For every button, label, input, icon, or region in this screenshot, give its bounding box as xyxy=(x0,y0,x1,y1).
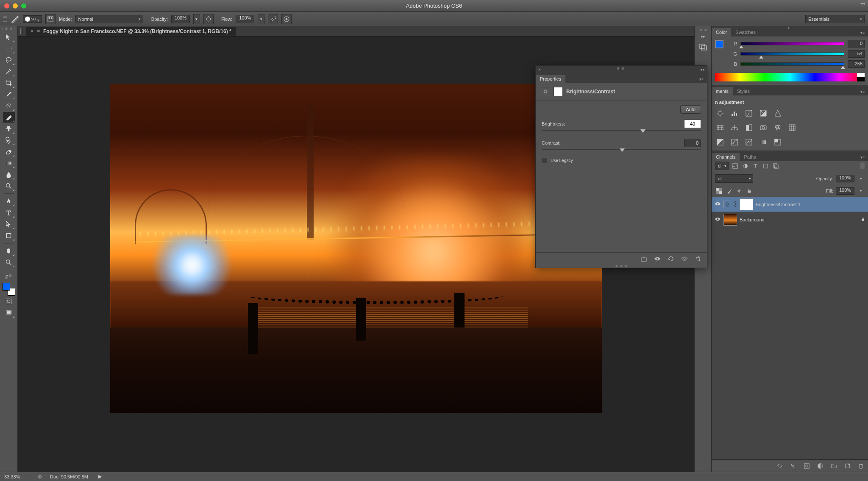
layer-name[interactable]: Brightness/Contrast 1 xyxy=(756,202,801,207)
layer-row[interactable]: Background xyxy=(712,212,868,227)
expand-dock-icon[interactable]: ▸▸ xyxy=(701,34,705,39)
tool-preset-picker[interactable] xyxy=(10,14,19,24)
brightness-input[interactable]: 40 xyxy=(684,120,701,128)
hand-tool[interactable] xyxy=(3,246,15,256)
delete-layer-icon[interactable] xyxy=(857,462,865,470)
r-value-input[interactable]: 0 xyxy=(848,40,865,48)
properties-panel-header[interactable]: × ◂◂ xyxy=(536,66,707,73)
clip-to-layer-icon[interactable] xyxy=(640,255,648,263)
layer-fill-input[interactable]: 100% xyxy=(836,187,854,195)
history-brush-tool[interactable] xyxy=(3,135,15,145)
layers-empty-area[interactable] xyxy=(712,227,868,459)
visibility-toggle[interactable] xyxy=(714,216,721,223)
add-mask-icon[interactable] xyxy=(803,462,810,470)
contrast-input[interactable]: 0 xyxy=(684,139,701,147)
layer-filter-kind[interactable]: d xyxy=(715,162,729,170)
filter-pixel-icon[interactable] xyxy=(731,162,739,170)
vibrance-icon[interactable] xyxy=(773,108,783,118)
document-tab[interactable]: × © Foggy Night in San Francisco.NEF @ 3… xyxy=(26,27,236,36)
reset-icon[interactable] xyxy=(667,255,675,263)
toggle-visibility-icon[interactable] xyxy=(681,255,688,263)
clone-stamp-tool[interactable] xyxy=(3,123,15,134)
lock-pixels-icon[interactable] xyxy=(725,187,733,195)
pressure-size-toggle[interactable] xyxy=(281,14,292,24)
hue-sat-icon[interactable] xyxy=(715,123,725,133)
quick-mask-toggle[interactable] xyxy=(3,296,15,307)
filter-type-icon[interactable]: T xyxy=(751,162,759,170)
properties-panel-menu[interactable]: ▾≡ xyxy=(696,76,707,83)
tab-swatches[interactable]: Swatches xyxy=(731,28,760,36)
dock-grip[interactable] xyxy=(699,29,707,31)
lock-transparency-icon[interactable] xyxy=(715,187,723,195)
new-adjustment-icon[interactable] xyxy=(816,462,824,470)
path-selection-tool[interactable] xyxy=(3,219,15,229)
link-layers-icon[interactable] xyxy=(776,462,783,470)
layer-opacity-input[interactable]: 100% xyxy=(836,175,854,182)
minimize-window-button[interactable] xyxy=(13,3,18,8)
new-layer-icon[interactable] xyxy=(843,462,851,470)
brush-panel-toggle[interactable] xyxy=(45,14,56,24)
new-group-icon[interactable] xyxy=(830,462,837,470)
posterize-icon[interactable] xyxy=(729,137,740,147)
color-lookup-icon[interactable] xyxy=(787,123,797,133)
layer-row[interactable]: Brightness/Contrast 1 xyxy=(712,197,868,212)
shape-tool[interactable] xyxy=(3,230,15,241)
brightness-slider[interactable] xyxy=(542,130,701,131)
g-slider[interactable] xyxy=(740,52,844,56)
eraser-tool[interactable] xyxy=(3,146,15,157)
tab-channels[interactable]: Channels xyxy=(712,153,740,161)
dodge-tool[interactable] xyxy=(3,181,15,191)
brush-tool[interactable] xyxy=(3,112,15,123)
blend-mode-select[interactable]: Normal xyxy=(75,15,143,23)
brush-preset-picker[interactable]: 90 ▾ xyxy=(23,15,42,23)
threshold-icon[interactable] xyxy=(744,137,754,147)
selective-color-icon[interactable] xyxy=(773,137,783,147)
quick-selection-tool[interactable] xyxy=(3,66,15,77)
tab-paths[interactable]: Paths xyxy=(740,153,760,161)
close-tab-icon[interactable]: × xyxy=(31,28,33,34)
crop-tool[interactable] xyxy=(3,78,15,88)
tab-styles[interactable]: Styles xyxy=(733,87,754,95)
lasso-tool[interactable] xyxy=(3,55,15,65)
canvas-image[interactable] xyxy=(110,84,602,413)
zoom-tool[interactable] xyxy=(3,257,15,268)
options-bar-grip[interactable] xyxy=(3,16,7,22)
eyedropper-tool[interactable] xyxy=(3,89,15,100)
close-window-button[interactable] xyxy=(4,3,9,8)
type-tool[interactable] xyxy=(3,207,15,218)
curves-icon[interactable] xyxy=(744,108,754,118)
history-panel-icon[interactable] xyxy=(698,42,709,53)
color-spectrum[interactable] xyxy=(715,73,865,81)
layer-thumbnail[interactable] xyxy=(723,214,737,226)
use-legacy-checkbox[interactable] xyxy=(542,158,547,163)
b-slider[interactable] xyxy=(740,62,844,66)
opacity-dropdown[interactable]: ▾ xyxy=(193,14,200,24)
exposure-icon[interactable] xyxy=(758,108,768,118)
flow-dropdown[interactable]: ▾ xyxy=(258,14,264,24)
contrast-slider[interactable] xyxy=(542,149,701,150)
levels-icon[interactable] xyxy=(729,108,740,118)
layer-opacity-dropdown[interactable]: ▾ xyxy=(857,175,865,182)
layer-fill-dropdown[interactable]: ▾ xyxy=(857,187,865,195)
panel-resize-grip[interactable] xyxy=(536,264,707,268)
channels-panel-menu[interactable]: ▾≡ xyxy=(857,154,868,161)
color-panel-menu[interactable]: ▾≡ xyxy=(857,29,868,36)
tab-adjustments[interactable]: ments xyxy=(712,87,733,95)
doc-info-menu[interactable]: ▶ xyxy=(98,474,102,479)
workspace-switcher[interactable]: Essentials xyxy=(805,15,865,23)
swap-colors[interactable] xyxy=(3,272,15,280)
healing-brush-tool[interactable] xyxy=(3,101,15,111)
filter-toggle[interactable] xyxy=(860,162,865,169)
zoom-level[interactable]: 33.33% xyxy=(4,474,30,479)
foreground-color[interactable] xyxy=(3,283,10,291)
gradient-tool[interactable] xyxy=(3,158,15,168)
doc-info[interactable]: Doc: 90.5M/90.5M xyxy=(50,474,88,479)
zoom-window-button[interactable] xyxy=(21,3,26,8)
tab-color[interactable]: Color xyxy=(712,28,731,36)
color-balance-icon[interactable] xyxy=(729,123,740,133)
mask-link-icon[interactable] xyxy=(734,201,737,208)
blend-mode-select-layers[interactable]: al xyxy=(715,174,753,183)
blur-tool[interactable] xyxy=(3,169,15,180)
b-value-input[interactable]: 255 xyxy=(848,60,865,68)
flow-input[interactable]: 100% xyxy=(236,15,254,23)
